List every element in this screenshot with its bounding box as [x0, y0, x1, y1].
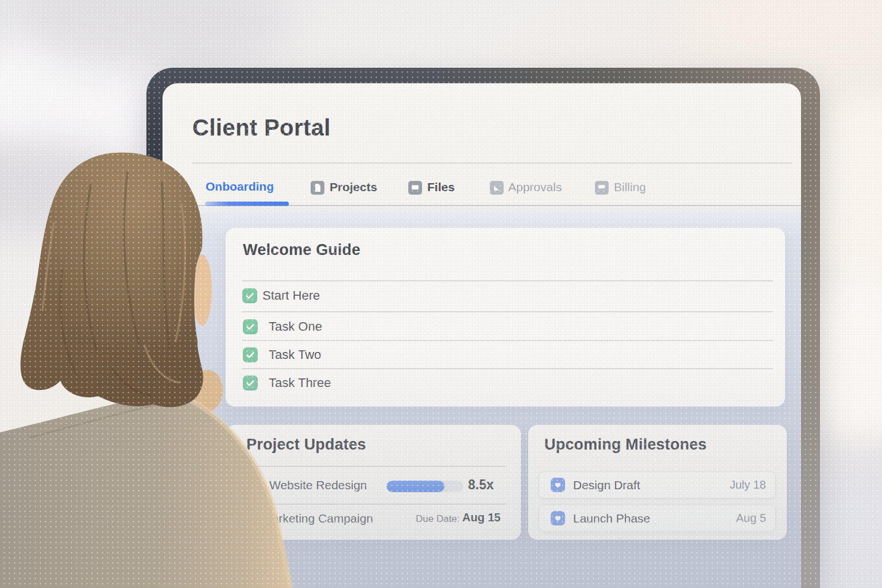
checklist-item-label: Task Two	[269, 347, 321, 362]
welcome-guide-card: Welcome Guide Start Here Task One	[226, 228, 785, 407]
divider	[242, 466, 506, 467]
divider	[242, 311, 773, 312]
illustrated-screenshot: Client Portal Onboarding Projects Files …	[0, 0, 882, 588]
due-date-label: Due Date:	[416, 513, 460, 525]
approval-icon	[490, 181, 504, 195]
tab-projects[interactable]: Projects	[330, 180, 377, 194]
milestone-name: Launch Phase	[573, 512, 650, 525]
progress-bar	[386, 481, 463, 492]
header-divider	[192, 163, 792, 164]
milestone-date: July 18	[730, 478, 766, 492]
file-icon	[408, 181, 422, 195]
checklist-item-label: Task Three	[269, 376, 331, 390]
milestone-date: Aug 5	[736, 512, 766, 525]
document-icon	[311, 181, 324, 195]
billing-icon	[595, 181, 609, 195]
tab-approvals[interactable]: Approvals	[508, 180, 562, 194]
card-title: Upcoming Milestones	[544, 436, 707, 454]
heart-flag-icon	[551, 478, 565, 492]
tab-onboarding[interactable]: Onboarding	[206, 180, 274, 194]
tabs-divider	[163, 205, 801, 206]
portal-screen: Client Portal Onboarding Projects Files …	[163, 83, 801, 588]
checklist-item-label: Start Here	[262, 288, 320, 303]
milestone-row[interactable]: Launch Phase Aug 5	[539, 505, 776, 532]
checkbox-checked[interactable]	[243, 347, 258, 362]
tab-billing[interactable]: Billing	[614, 180, 646, 194]
checkbox-checked[interactable]	[242, 288, 257, 303]
due-date-value: Aug 15	[462, 511, 501, 524]
project-updates-card: Project Updates Website Redesign 8.5x Ma…	[226, 425, 521, 540]
divider	[242, 368, 773, 369]
checklist-item-label: Task One	[269, 319, 322, 334]
milestone-name: Design Draft	[573, 478, 640, 492]
tab-files[interactable]: Files	[427, 180, 455, 194]
heart-flag-icon	[551, 511, 565, 525]
checkbox-checked[interactable]	[243, 376, 258, 390]
milestone-row[interactable]: Design Draft July 18	[539, 471, 776, 498]
divider	[242, 504, 506, 505]
card-title: Welcome Guide	[243, 241, 361, 259]
monitor-frame: Client Portal Onboarding Projects Files …	[146, 68, 820, 588]
project-name: Website Redesign	[269, 478, 367, 492]
milestones-card: Upcoming Milestones Design Draft July 18…	[528, 425, 787, 540]
checkbox-checked[interactable]	[243, 319, 258, 334]
divider	[242, 340, 773, 341]
card-title: Project Updates	[246, 436, 366, 454]
progress-metric: 8.5x	[468, 477, 494, 493]
progress-bar-fill	[386, 481, 444, 492]
project-name: Marketing Campaign	[262, 512, 373, 525]
divider	[242, 280, 773, 281]
page-title: Client Portal	[192, 115, 331, 141]
